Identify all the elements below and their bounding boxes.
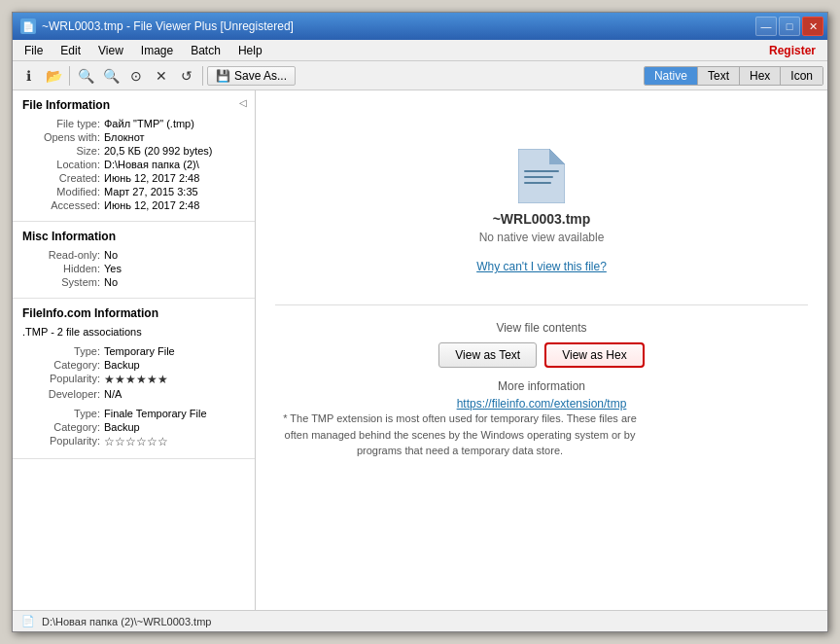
- popularity2-stars: ☆☆☆☆☆☆: [104, 435, 168, 448]
- type1-label: Type:: [22, 345, 100, 357]
- popularity1-stars: ★★★★★★: [104, 373, 168, 386]
- menu-help[interactable]: Help: [230, 42, 270, 59]
- fit-button[interactable]: ⊙: [124, 64, 148, 88]
- menu-items: File Edit View Image Batch Help: [17, 42, 270, 59]
- menu-file[interactable]: File: [17, 42, 51, 59]
- menu-batch[interactable]: Batch: [183, 42, 228, 59]
- popularity2-row: Popularity: ☆☆☆☆☆☆: [22, 435, 245, 448]
- fileinfo-entry-1: Type: Temporary File Category: Backup Po…: [22, 345, 245, 400]
- view-contents-label: View file contents: [275, 321, 808, 335]
- system-row: System: No: [22, 276, 245, 288]
- type2-value: Finale Temporary File: [104, 408, 207, 419]
- register-link[interactable]: Register: [769, 44, 823, 57]
- minimize-button[interactable]: —: [755, 17, 777, 36]
- svg-rect-4: [524, 182, 551, 184]
- file-icon-large: [518, 149, 565, 203]
- file-preview: ~WRL0003.tmp No native view available: [479, 149, 605, 244]
- open-button[interactable]: 📂: [42, 64, 65, 88]
- view-as-text-button[interactable]: View as Text: [438, 342, 537, 368]
- category1-row: Category: Backup: [22, 359, 245, 371]
- file-info-title: File Information: [22, 98, 245, 112]
- app-icon: 📄: [20, 18, 36, 34]
- close-file-button[interactable]: ✕: [150, 64, 173, 88]
- title-controls: — □ ✕: [755, 17, 823, 36]
- type2-label: Type:: [22, 408, 100, 419]
- created-label: Created:: [22, 172, 100, 184]
- save-label: Save As...: [234, 69, 287, 83]
- view-as-hex-button[interactable]: View as Hex: [544, 342, 644, 368]
- category2-label: Category:: [22, 421, 100, 433]
- size-row: Size: 20,5 КБ (20 992 bytes): [22, 145, 245, 157]
- main-window: 📄 ~WRL0003.tmp - File Viewer Plus [Unreg…: [12, 12, 828, 632]
- misc-info-title: Misc Information: [22, 230, 245, 243]
- content-area: ◁ File Information File type: Файл "TMP"…: [13, 90, 827, 610]
- window-title: ~WRL0003.tmp - File Viewer Plus [Unregis…: [42, 19, 294, 33]
- main-content: ~WRL0003.tmp No native view available Wh…: [256, 90, 827, 610]
- hidden-row: Hidden: Yes: [22, 263, 245, 274]
- filetype-label: File type:: [22, 118, 100, 129]
- openswith-row: Opens with: Блокнот: [22, 131, 245, 143]
- accessed-value: Июнь 12, 2017 2:48: [104, 199, 199, 211]
- file-name: ~WRL0003.tmp: [493, 211, 591, 227]
- location-label: Location:: [22, 159, 100, 170]
- toolbar-sep1: [69, 66, 70, 86]
- filetype-value: Файл "TMP" (.tmp): [104, 118, 194, 129]
- hidden-label: Hidden:: [22, 263, 100, 274]
- why-link[interactable]: Why can't I view this file?: [476, 260, 607, 273]
- more-info-link[interactable]: https://fileinfo.com/extension/tmp: [457, 397, 627, 411]
- file-information-section: File Information File type: Файл "TMP" (…: [13, 90, 255, 222]
- save-as-button[interactable]: 💾 Save As...: [207, 66, 296, 86]
- modified-row: Modified: Март 27, 2015 3:35: [22, 186, 245, 197]
- type2-row: Type: Finale Temporary File: [22, 408, 245, 419]
- save-icon: 💾: [216, 69, 230, 83]
- no-native-text: No native view available: [479, 231, 605, 244]
- openswith-value: Блокнот: [104, 131, 145, 143]
- menu-edit[interactable]: Edit: [52, 42, 88, 59]
- info-button[interactable]: ℹ: [17, 64, 40, 88]
- size-value: 20,5 КБ (20 992 bytes): [104, 145, 212, 157]
- title-bar: 📄 ~WRL0003.tmp - File Viewer Plus [Unreg…: [13, 13, 827, 40]
- modified-value: Март 27, 2015 3:35: [104, 186, 198, 197]
- developer1-row: Developer: N/A: [22, 388, 245, 400]
- category2-row: Category: Backup: [22, 421, 245, 433]
- system-value: No: [104, 276, 118, 288]
- developer1-value: N/A: [104, 388, 122, 400]
- close-button[interactable]: ✕: [802, 17, 823, 36]
- tab-native[interactable]: Native: [645, 67, 698, 85]
- view-buttons: View as Text View as Hex: [275, 342, 808, 368]
- sidebar: ◁ File Information File type: Файл "TMP"…: [13, 90, 256, 610]
- status-bar: 📄 D:\Новая папка (2)\~WRL0003.tmp: [13, 610, 827, 631]
- sidebar-collapse-button[interactable]: ◁: [235, 94, 251, 110]
- menu-view[interactable]: View: [90, 42, 131, 59]
- tab-text[interactable]: Text: [698, 67, 740, 85]
- zoom-out-button[interactable]: 🔍: [99, 64, 122, 88]
- type1-value: Temporary File: [104, 345, 175, 357]
- readonly-value: No: [104, 249, 118, 261]
- size-label: Size:: [22, 145, 100, 157]
- tab-icon[interactable]: Icon: [781, 67, 822, 85]
- menu-image[interactable]: Image: [133, 42, 181, 59]
- toolbar-sep2: [202, 66, 203, 86]
- toolbar: ℹ 📂 🔍 🔍 ⊙ ✕ ↺ 💾 Save As... Native Text H…: [13, 61, 827, 90]
- svg-rect-2: [524, 170, 559, 172]
- status-icon: 📄: [20, 614, 36, 629]
- modified-label: Modified:: [22, 186, 100, 197]
- zoom-in-button[interactable]: 🔍: [74, 64, 97, 88]
- fileinfo-entry-2: Type: Finale Temporary File Category: Ba…: [22, 408, 245, 448]
- developer1-label: Developer:: [22, 388, 100, 400]
- filetype-row: File type: Файл "TMP" (.tmp): [22, 118, 245, 129]
- readonly-row: Read-only: No: [22, 249, 245, 261]
- tab-hex[interactable]: Hex: [740, 67, 781, 85]
- location-row: Location: D:\Новая папка (2)\: [22, 159, 245, 170]
- fileinfo-subtitle: .TMP - 2 file associations: [22, 326, 245, 338]
- type1-row: Type: Temporary File: [22, 345, 245, 357]
- menu-bar: File Edit View Image Batch Help Register: [13, 40, 827, 61]
- readonly-label: Read-only:: [22, 249, 100, 261]
- created-value: Июнь 12, 2017 2:48: [104, 172, 199, 184]
- fileinfo-section: FileInfo.com Information .TMP - 2 file a…: [13, 299, 255, 459]
- accessed-row: Accessed: Июнь 12, 2017 2:48: [22, 199, 245, 211]
- popularity2-label: Popularity:: [22, 435, 100, 448]
- toolbar-left: ℹ 📂 🔍 🔍 ⊙ ✕ ↺ 💾 Save As...: [17, 64, 296, 88]
- refresh-button[interactable]: ↺: [175, 64, 198, 88]
- maximize-button[interactable]: □: [779, 17, 800, 36]
